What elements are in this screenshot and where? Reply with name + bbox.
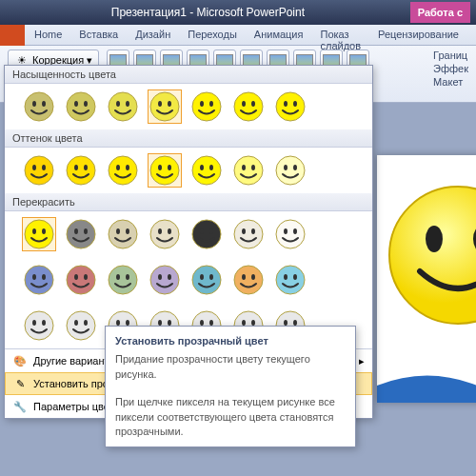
svg-point-76 xyxy=(158,274,162,280)
svg-point-10 xyxy=(116,101,120,107)
svg-point-16 xyxy=(200,101,204,107)
svg-point-5 xyxy=(42,101,46,107)
svg-point-29 xyxy=(84,165,88,170)
svg-point-13 xyxy=(158,101,162,107)
slide-wave-decoration xyxy=(377,367,476,403)
tab-view[interactable]: Вид xyxy=(468,25,476,45)
color-swatch[interactable] xyxy=(64,217,98,251)
svg-point-77 xyxy=(168,274,171,280)
color-swatch[interactable] xyxy=(231,263,266,297)
svg-point-62 xyxy=(251,228,255,234)
color-swatch[interactable] xyxy=(231,153,266,188)
color-swatch[interactable] xyxy=(273,263,307,297)
svg-point-59 xyxy=(209,228,213,234)
color-swatch[interactable] xyxy=(106,89,140,124)
svg-point-47 xyxy=(42,228,46,234)
svg-point-70 xyxy=(74,274,78,280)
svg-point-6 xyxy=(67,92,95,121)
color-swatch[interactable] xyxy=(148,89,182,124)
color-swatch[interactable] xyxy=(64,263,98,297)
svg-point-0 xyxy=(389,187,476,324)
slide[interactable] xyxy=(377,155,476,403)
color-swatch[interactable] xyxy=(106,153,140,188)
svg-point-73 xyxy=(116,274,120,280)
chevron-right-icon: ▸ xyxy=(359,355,365,367)
svg-point-7 xyxy=(74,101,78,107)
color-swatch[interactable] xyxy=(231,217,266,251)
titlebar: Презентация1 - Microsoft PowerPoint Рабо… xyxy=(0,0,476,25)
recolor-row xyxy=(5,211,372,257)
app-title: Презентация1 - Microsoft PowerPoint xyxy=(6,6,410,19)
color-swatch[interactable] xyxy=(148,153,182,188)
svg-point-42 xyxy=(276,156,305,185)
tab-animation[interactable]: Анимация xyxy=(247,25,311,45)
svg-point-20 xyxy=(251,101,255,107)
svg-point-48 xyxy=(67,220,95,248)
color-swatch[interactable] xyxy=(189,153,224,188)
svg-point-40 xyxy=(242,165,246,170)
tooltip: Установить прозрачный цвет Придание проз… xyxy=(105,326,356,447)
tab-home[interactable]: Home xyxy=(27,25,69,45)
saturation-row xyxy=(5,84,372,129)
color-swatch[interactable] xyxy=(273,153,307,188)
tab-review[interactable]: Рецензирование xyxy=(370,25,466,45)
svg-point-37 xyxy=(200,165,204,170)
svg-point-87 xyxy=(25,311,53,340)
tab-transitions[interactable]: Переходы xyxy=(180,25,245,45)
svg-point-1 xyxy=(426,226,443,252)
color-swatch[interactable] xyxy=(22,89,56,124)
ribbon-tabs: Home Вставка Дизайн Переходы Анимация По… xyxy=(0,25,476,46)
svg-point-24 xyxy=(25,156,53,185)
svg-point-67 xyxy=(32,274,36,280)
svg-point-34 xyxy=(158,165,162,170)
color-swatch[interactable] xyxy=(106,263,140,297)
svg-point-50 xyxy=(84,228,88,234)
svg-point-9 xyxy=(109,92,137,121)
color-swatch[interactable] xyxy=(64,308,98,343)
svg-point-60 xyxy=(234,220,263,248)
color-swatch[interactable] xyxy=(148,263,182,297)
svg-point-53 xyxy=(126,228,129,234)
tab-design[interactable]: Дизайн xyxy=(128,25,178,45)
svg-point-51 xyxy=(109,220,137,248)
color-swatch[interactable] xyxy=(64,153,98,188)
svg-point-27 xyxy=(67,156,95,185)
tone-header: Оттенок цвета xyxy=(5,129,372,148)
contextual-tab[interactable]: Работа с xyxy=(410,2,470,23)
smiley-image[interactable] xyxy=(387,184,476,327)
color-swatch[interactable] xyxy=(189,89,224,124)
svg-point-83 xyxy=(251,274,255,280)
tab-slideshow[interactable]: Показ слайдов xyxy=(312,25,368,45)
color-swatch[interactable] xyxy=(64,89,98,124)
svg-point-52 xyxy=(116,228,120,234)
recolor-row xyxy=(5,257,372,303)
color-swatch[interactable] xyxy=(22,263,56,297)
file-button[interactable] xyxy=(0,25,25,46)
color-swatch[interactable] xyxy=(106,217,140,251)
svg-point-58 xyxy=(200,228,204,234)
svg-point-35 xyxy=(168,165,171,170)
tone-row xyxy=(5,148,372,193)
color-swatch[interactable] xyxy=(189,217,224,251)
svg-point-66 xyxy=(25,266,53,294)
border-option[interactable]: Границ xyxy=(433,50,468,61)
color-params-label: Параметры цве xyxy=(33,401,109,412)
wrench-icon: 🔧 xyxy=(12,399,28,414)
svg-point-92 xyxy=(84,320,88,326)
color-swatch[interactable] xyxy=(22,308,56,343)
color-swatch[interactable] xyxy=(148,217,182,251)
svg-point-44 xyxy=(293,165,297,170)
color-swatch[interactable] xyxy=(231,89,266,124)
color-swatch[interactable] xyxy=(273,217,307,251)
color-swatch[interactable] xyxy=(273,89,307,124)
layout-option[interactable]: Макет xyxy=(433,76,468,88)
effects-option[interactable]: Эффек xyxy=(433,63,468,74)
color-swatch[interactable] xyxy=(22,217,56,251)
svg-point-15 xyxy=(192,92,221,121)
color-swatch[interactable] xyxy=(22,153,56,188)
svg-point-32 xyxy=(126,165,129,170)
svg-point-86 xyxy=(293,274,297,280)
color-swatch[interactable] xyxy=(189,263,224,297)
tab-insert[interactable]: Вставка xyxy=(71,25,126,45)
svg-point-56 xyxy=(168,228,171,234)
